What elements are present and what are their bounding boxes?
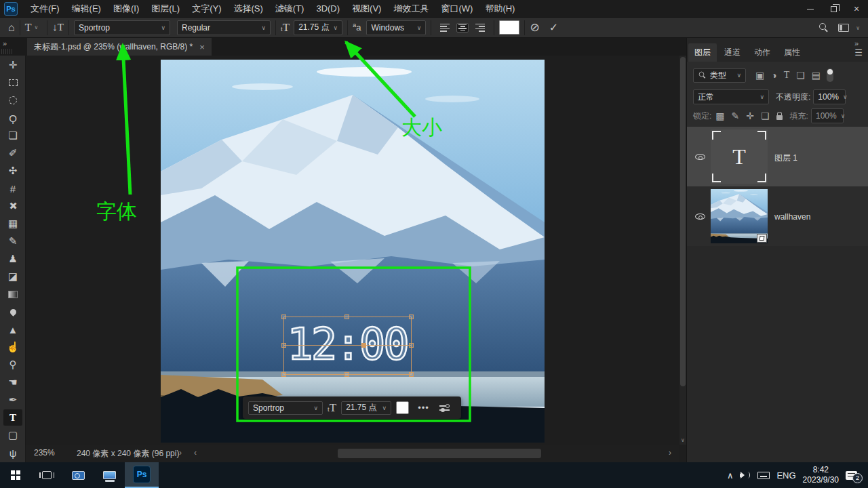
marquee-tool[interactable] <box>3 75 22 91</box>
context-color-swatch[interactable] <box>396 401 409 414</box>
layer-row-image[interactable]: wallhaven <box>687 186 868 246</box>
text-orientation-icon[interactable]: ↓T <box>52 22 64 33</box>
visibility-eye-icon[interactable] <box>695 214 705 220</box>
menu-help[interactable]: 帮助(H) <box>479 0 521 18</box>
sharpen-tool[interactable]: ▲ <box>3 321 22 338</box>
tab-layers[interactable]: 图层 <box>688 43 717 62</box>
transform-handle[interactable] <box>281 343 286 348</box>
type-tool-preset-icon[interactable]: T <box>25 22 32 33</box>
scroll-left-icon[interactable]: ‹ <box>194 448 197 458</box>
lock-transparent-icon[interactable]: ▩ <box>715 110 724 121</box>
filter-type-layers-icon[interactable]: T <box>784 70 790 81</box>
home-icon[interactable]: ⌂ <box>8 22 15 33</box>
horizontal-scroll-thumb[interactable] <box>338 449 541 458</box>
layer-name[interactable]: wallhaven <box>774 212 810 222</box>
align-right-button[interactable] <box>474 23 486 33</box>
transform-handle[interactable] <box>281 314 286 319</box>
smudge-tool[interactable]: ☝ <box>3 339 22 355</box>
menu-image[interactable]: 图像(I) <box>107 0 145 18</box>
lock-pixels-icon[interactable]: ✎ <box>732 110 740 121</box>
filter-smart-objects-icon[interactable]: ▤ <box>812 70 821 81</box>
menu-type[interactable]: 文字(Y) <box>186 0 227 18</box>
font-style-select[interactable]: Regular ∨ <box>177 20 271 35</box>
object-selection-tool[interactable]: ❏ <box>3 127 22 144</box>
context-font-family-select[interactable]: Sportrop ∨ <box>248 401 323 415</box>
photoshop-taskbar-button[interactable]: Ps <box>125 462 159 488</box>
menu-filter[interactable]: 滤镜(T) <box>269 0 311 18</box>
text-bounding-box[interactable] <box>283 317 412 375</box>
menu-view[interactable]: 视图(V) <box>346 0 387 18</box>
frame-tool[interactable]: ▦ <box>3 216 22 232</box>
crop-tool[interactable]: # <box>3 180 22 197</box>
transform-handle[interactable] <box>409 343 414 348</box>
fill-select[interactable]: 100% ∨ <box>811 108 844 123</box>
menu-window[interactable]: 窗口(W) <box>435 0 479 18</box>
close-button[interactable]: × <box>845 0 868 18</box>
font-family-select[interactable]: Sportrop ∨ <box>74 20 170 35</box>
vertical-scrollbar[interactable]: ∨ <box>679 56 686 445</box>
context-font-size-select[interactable]: 21.75 点 ∨ <box>341 401 391 415</box>
transform-handle[interactable] <box>344 314 349 319</box>
layer-name[interactable]: 图层 1 <box>774 152 797 164</box>
transform-handle[interactable] <box>409 314 414 319</box>
type-tool[interactable]: T <box>3 409 22 426</box>
anti-alias-select[interactable]: Windows ∨ <box>366 20 426 35</box>
filter-toggle[interactable] <box>827 68 833 82</box>
transform-handle[interactable] <box>281 372 286 377</box>
zoom-level[interactable]: 235% <box>34 448 55 458</box>
filter-shape-layers-icon[interactable]: ❏ <box>796 70 805 81</box>
task-view-button[interactable] <box>31 462 62 488</box>
selection-brush-tool[interactable]: ✣ <box>3 163 22 179</box>
scroll-right-icon[interactable]: › <box>669 448 671 458</box>
search-app-button[interactable] <box>62 462 94 488</box>
canvas-image[interactable] <box>161 60 545 443</box>
commit-edits-icon[interactable]: ✓ <box>549 22 558 33</box>
clock[interactable]: 8:42 2023/9/30 <box>803 465 839 485</box>
language-indicator[interactable]: ENG <box>776 470 795 481</box>
brush-tool[interactable]: ✎ <box>3 233 22 249</box>
baseline-handle[interactable] <box>361 343 366 348</box>
tab-channels[interactable]: 通道 <box>718 43 747 62</box>
lock-position-icon[interactable]: ✛ <box>746 110 754 121</box>
minimize-button[interactable] <box>799 0 822 18</box>
magic-wand-tool[interactable]: ✐ <box>3 145 22 161</box>
lock-all-icon[interactable] <box>776 115 783 120</box>
lock-artboard-icon[interactable]: ❏ <box>761 110 770 121</box>
image-layer-thumbnail[interactable] <box>711 189 768 243</box>
pen-tool[interactable]: ✒ <box>3 392 22 408</box>
filter-pixel-layers-icon[interactable]: ▣ <box>755 70 764 81</box>
restore-button[interactable] <box>822 0 845 18</box>
search-icon[interactable] <box>819 23 829 33</box>
font-size-select[interactable]: 21.75 点 ∨ <box>294 20 342 35</box>
opacity-select[interactable]: 100% ∨ <box>813 89 846 104</box>
tab-actions[interactable]: 动作 <box>748 43 776 62</box>
move-tool[interactable]: ✛ <box>3 57 22 73</box>
touch-keyboard-icon[interactable] <box>757 472 770 479</box>
notification-icon[interactable]: 2 <box>846 471 857 480</box>
lasso-tool[interactable]: Ϙ <box>3 110 22 126</box>
blur-tool[interactable] <box>3 304 22 320</box>
shape-tool[interactable]: ▢ <box>3 427 22 443</box>
visibility-eye-icon[interactable] <box>695 154 705 160</box>
layer-row-text[interactable]: T 图层 1 <box>687 127 868 186</box>
hand-tool[interactable]: ψ <box>3 445 22 461</box>
tab-overflow-icon[interactable]: » <box>3 39 7 47</box>
speaker-icon[interactable] <box>740 470 751 480</box>
ellipse-marquee-tool[interactable] <box>3 92 22 108</box>
tab-close-icon[interactable]: × <box>199 42 205 52</box>
transform-handle[interactable] <box>344 372 349 377</box>
menu-plugins[interactable]: 增效工具 <box>387 0 435 18</box>
filter-type-select[interactable]: 类型 ∨ <box>693 68 746 83</box>
cancel-edits-icon[interactable]: ⊘ <box>530 22 539 33</box>
dodge-tool[interactable]: ⚲ <box>3 357 22 373</box>
scroll-down-icon[interactable]: ∨ <box>679 437 686 443</box>
healing-brush-tool[interactable]: ✚ <box>3 198 22 214</box>
start-button[interactable] <box>0 462 31 488</box>
transform-handle[interactable] <box>409 372 414 377</box>
menu-layer[interactable]: 图层(L) <box>145 0 186 18</box>
gradient-tool[interactable] <box>3 286 22 302</box>
burn-tool[interactable]: ☚ <box>3 374 22 390</box>
text-color-swatch[interactable] <box>499 20 519 35</box>
eraser-tool[interactable]: ◪ <box>3 268 22 285</box>
workspace-icon[interactable] <box>838 24 849 32</box>
